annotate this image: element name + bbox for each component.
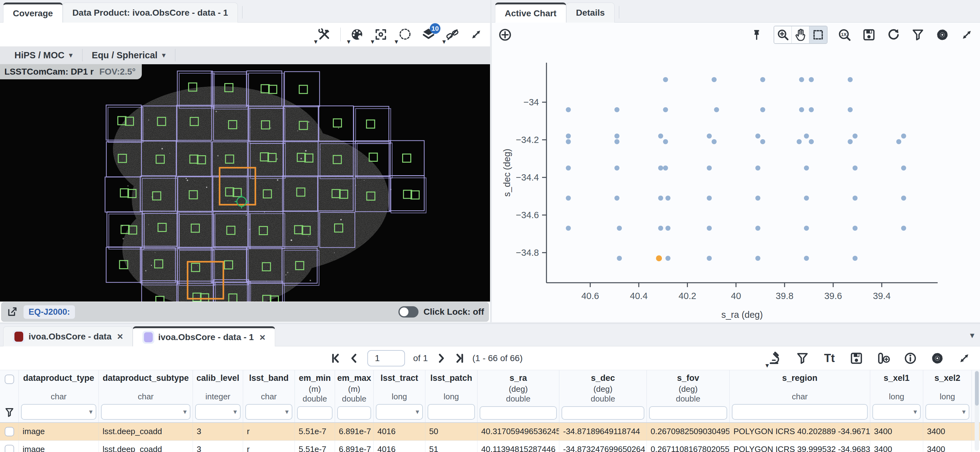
tab-obscore-data[interactable]: ivoa.ObsCore - data ×	[3, 326, 133, 346]
data-point[interactable]	[707, 226, 712, 231]
tab-details[interactable]: Details	[566, 3, 614, 22]
data-point[interactable]	[663, 107, 668, 112]
column-filter-input[interactable]: ▾	[376, 404, 423, 420]
data-point[interactable]	[566, 139, 571, 144]
hips-moc-dropdown[interactable]: HiPS / MOC ▾	[8, 46, 80, 64]
select-all-checkbox[interactable]	[5, 374, 14, 384]
data-point[interactable]	[663, 139, 668, 144]
data-point[interactable]	[901, 196, 906, 201]
column-filter-input[interactable]	[297, 406, 332, 420]
data-point[interactable]	[665, 226, 670, 231]
data-point[interactable]	[804, 256, 809, 261]
column-filter-input[interactable]: ▾	[101, 404, 191, 420]
column-header-s_ra[interactable]: s_ra(deg)double	[477, 370, 559, 422]
data-point[interactable]	[665, 256, 670, 261]
data-point[interactable]	[804, 226, 809, 231]
column-header-dataproduct_type[interactable]: dataproduct_typechar▾	[19, 370, 99, 422]
close-icon[interactable]: ×	[258, 331, 266, 343]
column-filter-input[interactable]	[428, 404, 475, 420]
data-point[interactable]	[566, 107, 571, 112]
previous-page-icon[interactable]	[349, 353, 359, 364]
data-point[interactable]	[756, 133, 760, 138]
data-point[interactable]	[663, 77, 668, 82]
filter-chart-button[interactable]	[910, 27, 926, 42]
recenter-button[interactable]: ▾	[373, 27, 388, 42]
scrollbar-thumb[interactable]	[975, 371, 979, 406]
add-column-button[interactable]	[876, 351, 891, 366]
data-point[interactable]	[896, 139, 901, 144]
data-point[interactable]	[848, 139, 853, 144]
column-filter-input[interactable]	[480, 406, 557, 420]
column-header-s_region[interactable]: s_regionchar	[730, 370, 870, 422]
data-point[interactable]	[809, 139, 814, 144]
box-select-mode-button[interactable]	[809, 26, 827, 43]
data-point[interactable]	[901, 226, 906, 231]
data-point[interactable]	[901, 165, 906, 171]
data-point[interactable]	[617, 226, 622, 231]
column-filter-input[interactable]: ▾	[195, 404, 240, 420]
next-page-icon[interactable]	[436, 353, 446, 364]
column-filter-input[interactable]: ▾	[21, 404, 96, 420]
data-point[interactable]	[614, 165, 620, 171]
table-row[interactable]: imagelsst.deep_coadd3r5.51e-76.891e-7401…	[0, 423, 980, 441]
data-point[interactable]	[658, 196, 663, 201]
data-point[interactable]	[760, 107, 765, 112]
table-options-caret[interactable]: ▾	[970, 330, 974, 340]
chart-settings-button[interactable]	[935, 27, 950, 42]
column-filter-input[interactable]	[562, 406, 644, 420]
row-checkbox[interactable]	[5, 427, 14, 436]
projection-dropdown[interactable]: Equ / Spherical ▾	[85, 46, 173, 64]
sky-view[interactable]: LSSTComCam: DP1 r FOV:2.5°	[0, 64, 490, 301]
data-point[interactable]	[711, 77, 716, 82]
tab-coverage[interactable]: Coverage	[3, 3, 63, 22]
layers-button[interactable]: 10	[421, 27, 436, 42]
save-chart-button[interactable]	[861, 27, 877, 42]
column-filter-input[interactable]: ▾	[245, 404, 293, 420]
data-point[interactable]	[804, 165, 809, 171]
data-point[interactable]	[658, 226, 663, 231]
column-header-dataproduct_subtype[interactable]: dataproduct_subtypechar▾	[99, 370, 193, 422]
expand-coverage-button[interactable]	[469, 27, 484, 42]
data-point[interactable]	[848, 107, 853, 112]
first-page-icon[interactable]	[331, 353, 341, 364]
column-filter-input[interactable]: ▾	[926, 404, 969, 420]
filter-row-funnel-icon[interactable]	[4, 407, 15, 418]
data-point[interactable]	[707, 256, 712, 261]
data-point[interactable]	[853, 226, 858, 231]
data-point[interactable]	[756, 165, 760, 171]
inspect-button[interactable]: ▾	[768, 351, 783, 366]
column-header-calib_level[interactable]: calib_levelinteger▾	[193, 370, 243, 422]
data-point[interactable]	[665, 196, 670, 201]
column-header-s_xel1[interactable]: s_xel1long▾	[870, 370, 923, 422]
tab-active-chart[interactable]: Active Chart	[495, 3, 566, 22]
pin-chart-button[interactable]	[749, 27, 764, 42]
select-region-button[interactable]: ▾	[397, 27, 412, 42]
data-point[interactable]	[658, 133, 663, 138]
column-header-lsst_band[interactable]: lsst_bandchar▾	[243, 370, 295, 422]
unlink-button[interactable]: ▾	[445, 27, 460, 42]
data-point[interactable]	[797, 139, 802, 144]
open-external-icon[interactable]	[6, 306, 19, 318]
data-point[interactable]	[566, 133, 571, 138]
data-point[interactable]	[853, 133, 858, 138]
column-filter-input[interactable]	[649, 406, 727, 420]
table-row[interactable]: imagelsst.deep_coadd3r5.51e-76.891e-7401…	[0, 441, 980, 452]
zoom-in-mode-button[interactable]	[774, 26, 792, 43]
color-settings-button[interactable]: ▾	[350, 27, 364, 42]
table-info-button[interactable]	[903, 351, 918, 366]
data-point[interactable]	[614, 139, 620, 144]
data-point[interactable]	[853, 196, 858, 201]
data-point[interactable]	[707, 196, 712, 201]
page-number-input[interactable]	[368, 350, 405, 366]
data-point[interactable]	[756, 256, 760, 261]
data-point[interactable]	[707, 133, 712, 138]
tab-data-product[interactable]: Data Product: ivoa.ObsCore - data - 1	[63, 3, 238, 22]
tab-obscore-data-1[interactable]: ivoa.ObsCore - data - 1 ×	[133, 326, 275, 346]
data-point[interactable]	[614, 196, 620, 201]
data-point[interactable]	[799, 107, 804, 112]
column-header-s_xel2[interactable]: s_xel2long▾	[923, 370, 972, 422]
data-point[interactable]	[760, 139, 765, 144]
close-icon[interactable]: ×	[115, 331, 123, 342]
data-point[interactable]	[760, 77, 765, 82]
data-point[interactable]	[707, 165, 712, 171]
